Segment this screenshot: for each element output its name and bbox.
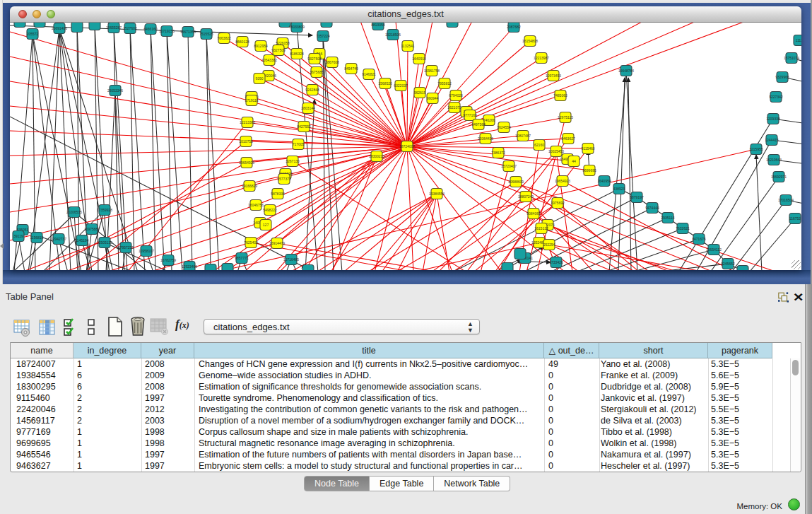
svg-text:1568520: 1568520 xyxy=(378,81,392,86)
svg-text:10654112: 10654112 xyxy=(706,247,722,252)
svg-text:15751074: 15751074 xyxy=(784,56,799,60)
svg-text:8186328: 8186328 xyxy=(290,52,304,56)
svg-text:15692971: 15692971 xyxy=(771,175,787,179)
svg-text:8427552: 8427552 xyxy=(297,124,311,129)
svg-text:10975887: 10975887 xyxy=(84,227,100,231)
svg-text:12975115: 12975115 xyxy=(558,115,573,119)
svg-text:10961758: 10961758 xyxy=(424,69,440,73)
svg-text:9242848: 9242848 xyxy=(305,88,319,92)
svg-text:6879197: 6879197 xyxy=(630,195,644,199)
svg-text:8813054: 8813054 xyxy=(371,23,385,27)
svg-text:10688609: 10688609 xyxy=(508,180,524,184)
svg-text:127: 127 xyxy=(263,223,269,227)
svg-text:9115460: 9115460 xyxy=(581,146,594,151)
svg-text:2803144: 2803144 xyxy=(301,106,315,110)
svg-text:7485063: 7485063 xyxy=(553,93,567,98)
svg-text:205572: 205572 xyxy=(27,32,39,36)
svg-text:6322037: 6322037 xyxy=(394,83,408,88)
svg-text:1527602: 1527602 xyxy=(123,26,137,30)
svg-text:7632621: 7632621 xyxy=(676,226,690,230)
svg-text:15720407: 15720407 xyxy=(501,164,517,168)
svg-text:16671355: 16671355 xyxy=(180,30,196,34)
svg-text:6466160: 6466160 xyxy=(143,27,158,31)
svg-text:1209338: 1209338 xyxy=(766,117,780,121)
svg-text:18724007: 18724007 xyxy=(399,144,415,148)
svg-text:9857771: 9857771 xyxy=(235,256,249,260)
svg-text:2087682: 2087682 xyxy=(507,25,521,29)
svg-text:990944: 990944 xyxy=(427,96,439,100)
svg-text:20691406: 20691406 xyxy=(52,26,67,30)
svg-text:3215955: 3215955 xyxy=(749,147,763,151)
svg-text:9146821: 9146821 xyxy=(362,72,376,76)
svg-text:20206535: 20206535 xyxy=(66,210,82,214)
svg-text:39119: 39119 xyxy=(13,234,23,238)
svg-text:1719116: 1719116 xyxy=(245,98,258,103)
svg-text:9227342: 9227342 xyxy=(769,95,783,99)
svg-text:3624554: 3624554 xyxy=(497,125,511,129)
svg-text:8912954: 8912954 xyxy=(254,44,268,48)
svg-text:1640954: 1640954 xyxy=(597,179,611,183)
svg-text:17957255: 17957255 xyxy=(118,245,134,250)
svg-text:1156819: 1156819 xyxy=(30,235,43,240)
svg-text:16210643: 16210643 xyxy=(766,158,782,162)
svg-text:717005: 717005 xyxy=(293,142,305,146)
svg-text:7663822: 7663822 xyxy=(217,36,231,40)
svg-text:2935114: 2935114 xyxy=(661,216,674,220)
svg-text:9327508: 9327508 xyxy=(307,57,322,61)
svg-text:1621072: 1621072 xyxy=(447,105,461,110)
svg-text:10719155: 10719155 xyxy=(159,29,175,33)
svg-text:1577371: 1577371 xyxy=(277,177,291,181)
svg-text:10973493: 10973493 xyxy=(546,74,561,78)
svg-text:438923: 438923 xyxy=(613,187,625,191)
svg-text:18807249: 18807249 xyxy=(518,194,534,199)
svg-text:9084067: 9084067 xyxy=(526,211,541,216)
svg-text:1975692: 1975692 xyxy=(551,201,565,205)
svg-text:12923466: 12923466 xyxy=(182,264,197,269)
svg-text:1145194: 1145194 xyxy=(75,238,88,243)
svg-text:12213383: 12213383 xyxy=(240,120,255,124)
svg-text:9463627: 9463627 xyxy=(561,136,575,141)
svg-text:62160: 62160 xyxy=(534,143,544,147)
svg-text:9699695: 9699695 xyxy=(582,168,596,173)
svg-text:7357224: 7357224 xyxy=(316,34,330,38)
svg-text:29053346: 29053346 xyxy=(107,88,123,93)
svg-text:17359928: 17359928 xyxy=(97,208,112,212)
svg-text:9777169: 9777169 xyxy=(463,113,477,117)
svg-text:9329966: 9329966 xyxy=(775,75,789,79)
svg-text:19654925: 19654925 xyxy=(239,160,254,165)
svg-text:17016504: 17016504 xyxy=(778,198,794,202)
svg-text:10655287: 10655287 xyxy=(106,25,122,30)
svg-text:10807487: 10807487 xyxy=(515,134,531,138)
svg-text:9327509: 9327509 xyxy=(271,48,286,52)
svg-text:5878334: 5878334 xyxy=(271,192,285,196)
svg-text:3675685: 3675685 xyxy=(310,70,324,74)
svg-text:3267130: 3267130 xyxy=(286,159,300,163)
svg-text:9245652: 9245652 xyxy=(721,262,735,266)
svg-text:8454749: 8454749 xyxy=(344,66,358,71)
svg-text:562615: 562615 xyxy=(414,90,426,95)
svg-text:10958107: 10958107 xyxy=(139,249,154,253)
svg-text:6497568: 6497568 xyxy=(471,122,486,127)
svg-text:2867608: 2867608 xyxy=(325,60,339,64)
svg-text:20364436: 20364436 xyxy=(478,136,493,141)
svg-text:1615132: 1615132 xyxy=(534,226,548,230)
svg-text:16033809: 16033809 xyxy=(289,25,305,29)
svg-text:1244415: 1244415 xyxy=(765,138,779,142)
svg-text:10025453: 10025453 xyxy=(548,149,564,153)
svg-text:16914479: 16914479 xyxy=(269,241,285,245)
svg-text:1112: 1112 xyxy=(796,38,801,42)
svg-text:18300213: 18300213 xyxy=(369,154,384,158)
svg-text:6794028: 6794028 xyxy=(449,93,463,98)
svg-text:9474444: 9474444 xyxy=(645,206,659,210)
svg-text:19166829: 19166829 xyxy=(242,184,257,188)
svg-text:8471676: 8471676 xyxy=(692,237,706,241)
svg-text:7386372: 7386372 xyxy=(491,151,505,155)
svg-text:5498222: 5498222 xyxy=(263,208,277,212)
svg-text:16648784: 16648784 xyxy=(618,69,634,73)
svg-text:19654923: 19654923 xyxy=(555,179,570,183)
svg-text:116753: 116753 xyxy=(789,216,801,221)
svg-text:7625402: 7625402 xyxy=(244,240,258,245)
svg-text:7955812: 7955812 xyxy=(437,81,452,86)
svg-text:12505135: 12505135 xyxy=(97,240,112,245)
svg-text:12213987: 12213987 xyxy=(534,56,549,60)
